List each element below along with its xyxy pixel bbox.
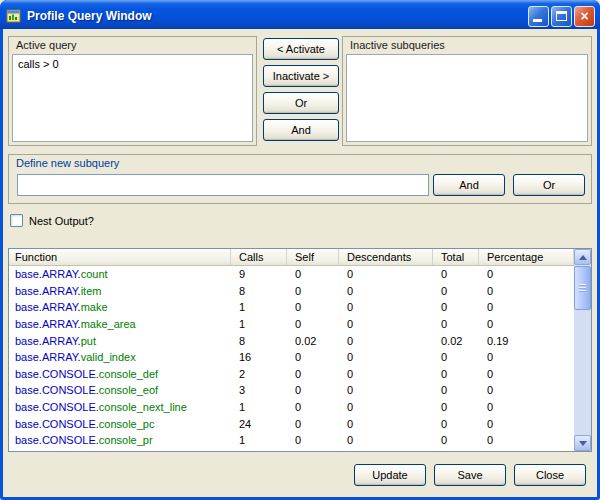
- table-row[interactable]: base.CONSOLE.console_eof 3 0 0 0 0: [9, 382, 574, 399]
- column-header-descendants[interactable]: Descendants: [339, 249, 433, 265]
- function-feature: put: [81, 335, 96, 347]
- titlebar-buttons: ×: [526, 6, 595, 27]
- function-feature: console_eof: [99, 384, 158, 396]
- function-cell: base.ARRAY.make: [9, 301, 231, 313]
- cell-value: 0: [479, 434, 574, 446]
- table-row[interactable]: base.ARRAY.make_area 1 0 0 0 0: [9, 316, 574, 333]
- table-row[interactable]: base.ARRAY.make 1 0 0 0 0: [9, 299, 574, 316]
- function-class: ARRAY: [42, 318, 78, 330]
- close-window-button[interactable]: Close: [514, 464, 586, 486]
- function-cell: base.ARRAY.put: [9, 335, 231, 347]
- update-button[interactable]: Update: [354, 464, 426, 486]
- cell-value: 0: [433, 268, 479, 280]
- function-cell: base.ARRAY.make_area: [9, 318, 231, 330]
- minimize-button[interactable]: [528, 6, 549, 27]
- cell-value: 0: [287, 418, 339, 430]
- activate-button[interactable]: < Activate: [263, 38, 339, 60]
- function-cluster: base: [15, 418, 39, 430]
- function-feature: count: [81, 268, 108, 280]
- function-cluster: base: [15, 318, 39, 330]
- function-cell: base.ARRAY.valid_index: [9, 351, 231, 363]
- table-row[interactable]: base.CONSOLE.console_pc 24 0 0 0 0: [9, 415, 574, 432]
- window-client-area: Active query calls > 0 < Activate Inacti…: [3, 29, 597, 497]
- column-header-function[interactable]: Function: [9, 249, 231, 265]
- active-query-label: Active query: [16, 39, 77, 51]
- function-class: ARRAY: [42, 268, 78, 280]
- cell-value: 1: [231, 434, 287, 446]
- cell-value: 1: [231, 401, 287, 413]
- table-row[interactable]: base.CONSOLE.console_next_line 1 0 0 0 0: [9, 399, 574, 416]
- column-header-percentage[interactable]: Percentage: [479, 249, 574, 265]
- column-header-total[interactable]: Total: [433, 249, 479, 265]
- function-cell: base.CONSOLE.console_pr: [9, 434, 231, 446]
- or-button[interactable]: Or: [263, 92, 339, 114]
- cell-value: 0: [339, 368, 433, 380]
- table-row[interactable]: base.ARRAY.count 9 0 0 0 0: [9, 266, 574, 283]
- define-subquery-label: Define new subquery: [16, 157, 119, 169]
- subquery-input[interactable]: [17, 174, 429, 196]
- scroll-up-button[interactable]: [574, 249, 591, 265]
- profile-table: Function Calls Self Descendants Total Pe…: [8, 248, 592, 452]
- titlebar[interactable]: Profile Query Window ×: [0, 0, 600, 29]
- function-cluster: base: [15, 335, 39, 347]
- function-class: CONSOLE: [42, 434, 96, 446]
- cell-value: 0: [287, 368, 339, 380]
- vertical-scrollbar[interactable]: [574, 249, 591, 451]
- cell-value: 0: [479, 285, 574, 297]
- define-and-button[interactable]: And: [433, 174, 505, 196]
- scroll-down-button[interactable]: [574, 435, 591, 451]
- cell-value: 0: [433, 351, 479, 363]
- cell-value: 0: [479, 401, 574, 413]
- function-class: ARRAY: [42, 335, 78, 347]
- and-button[interactable]: And: [263, 119, 339, 141]
- function-feature: console_next_line: [99, 401, 187, 413]
- save-button[interactable]: Save: [434, 464, 506, 486]
- cell-value: 0: [339, 318, 433, 330]
- cell-value: 0: [479, 318, 574, 330]
- cell-value: 0: [287, 301, 339, 313]
- function-cell: base.ARRAY.count: [9, 268, 231, 280]
- cell-value: 0: [433, 384, 479, 396]
- table-row[interactable]: base.ARRAY.item 8 0 0 0 0: [9, 283, 574, 300]
- arrow-up-icon: [579, 255, 587, 260]
- function-class: CONSOLE: [42, 418, 96, 430]
- table-row[interactable]: base.ARRAY.put 8 0.02 0 0.02 0.19: [9, 332, 574, 349]
- function-class: ARRAY: [42, 285, 78, 297]
- function-feature: console_pc: [99, 418, 155, 430]
- cell-value: 0: [433, 418, 479, 430]
- table-row[interactable]: base.CONSOLE.console_pr 1 0 0 0 0: [9, 432, 574, 449]
- maximize-button[interactable]: [551, 6, 572, 27]
- function-feature: console_pr: [99, 434, 153, 446]
- close-button[interactable]: ×: [574, 6, 595, 27]
- active-query-item[interactable]: calls > 0: [13, 55, 252, 73]
- cell-value: 0: [339, 301, 433, 313]
- scrollbar-thumb[interactable]: [574, 266, 591, 310]
- define-subquery-group: Define new subquery And Or: [8, 154, 592, 204]
- function-class: CONSOLE: [42, 384, 96, 396]
- define-or-button[interactable]: Or: [513, 174, 585, 196]
- active-query-list[interactable]: calls > 0: [12, 54, 253, 142]
- cell-value: 1: [231, 301, 287, 313]
- nest-output-checkbox[interactable]: [10, 214, 23, 227]
- inactive-subqueries-group: Inactive subqueries: [342, 36, 592, 146]
- cell-value: 0: [339, 384, 433, 396]
- table-header: Function Calls Self Descendants Total Pe…: [9, 249, 574, 266]
- function-cluster: base: [15, 368, 39, 380]
- cell-value: 16: [231, 351, 287, 363]
- nest-output[interactable]: Nest Output?: [10, 213, 94, 228]
- cell-value: 8: [231, 335, 287, 347]
- table-row[interactable]: base.CONSOLE.console_def 2 0 0 0 0: [9, 366, 574, 383]
- column-header-self[interactable]: Self: [287, 249, 339, 265]
- function-cell: base.CONSOLE.console_pc: [9, 418, 231, 430]
- cell-value: 0: [339, 335, 433, 347]
- column-header-calls[interactable]: Calls: [231, 249, 287, 265]
- table-row[interactable]: base.ARRAY.valid_index 16 0 0 0 0: [9, 349, 574, 366]
- cell-value: 0: [339, 401, 433, 413]
- inactivate-button[interactable]: Inactivate >: [263, 65, 339, 87]
- function-cluster: base: [15, 285, 39, 297]
- function-cluster: base: [15, 268, 39, 280]
- cell-value: 0: [287, 285, 339, 297]
- inactive-subqueries-list[interactable]: [346, 54, 588, 142]
- cell-value: 0: [433, 401, 479, 413]
- function-class: CONSOLE: [42, 401, 96, 413]
